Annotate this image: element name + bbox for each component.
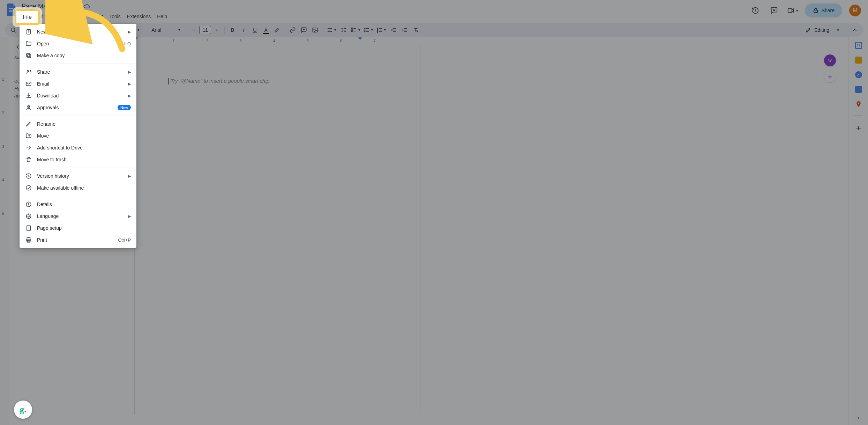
collapse-toolbar-icon[interactable]	[850, 25, 860, 35]
menu-format[interactable]: Format	[84, 12, 106, 21]
right-margin-marker-icon[interactable]	[358, 37, 362, 41]
menu-tools[interactable]: Tools	[106, 12, 124, 21]
submenu-arrow-icon: ▶	[128, 174, 131, 178]
menu-extensions[interactable]: Extensions	[124, 12, 154, 21]
tasks-app-icon[interactable]	[855, 71, 862, 78]
file-menu-item[interactable]: Page setup	[20, 222, 136, 234]
editing-mode-select[interactable]: Editing ▼	[801, 25, 844, 35]
file-menu-item[interactable]: Share▶	[20, 66, 136, 78]
version-history-icon[interactable]	[748, 3, 762, 17]
bulleted-list-icon[interactable]: ▼	[363, 25, 374, 35]
share-label: Share	[822, 8, 835, 13]
menu-view[interactable]: View	[49, 12, 66, 21]
svg-rect-25	[351, 31, 353, 32]
ruler-tick: 4	[273, 39, 275, 43]
font-size-increase[interactable]: +	[212, 25, 222, 35]
meet-button[interactable]: ▼	[786, 3, 800, 17]
svg-point-28	[365, 30, 365, 30]
menu-insert[interactable]: Insert	[66, 12, 84, 21]
font-size-input[interactable]	[199, 26, 211, 34]
toolbar-sep	[847, 26, 847, 34]
font-family-select[interactable]: Arial▼	[148, 25, 183, 35]
file-menu-item[interactable]: Add shortcut to Drive	[20, 142, 136, 154]
share-button[interactable]: Share	[805, 3, 842, 17]
insert-link-icon[interactable]	[288, 25, 298, 35]
file-menu-item-label: Make a copy	[37, 53, 131, 58]
line-spacing-icon[interactable]	[339, 25, 349, 35]
docs-logo-icon[interactable]	[5, 3, 19, 17]
highlight-color-icon[interactable]	[272, 25, 282, 35]
menu-file[interactable]: File	[20, 12, 35, 21]
doc-icon	[25, 29, 32, 35]
history-icon	[25, 173, 32, 179]
add-bubble-icon[interactable]: ＋	[824, 71, 836, 82]
file-menu-item[interactable]: New▶	[20, 26, 136, 38]
svg-rect-2	[9, 12, 12, 12]
horizontal-ruler[interactable]: 1 2 3 4 5 6 7	[104, 37, 844, 44]
trash-icon	[25, 156, 32, 163]
font-size-decrease[interactable]: −	[189, 25, 199, 35]
file-menu-item[interactable]: Make a copy	[20, 50, 136, 61]
move-to-folder-icon[interactable]	[73, 3, 80, 10]
file-menu-item[interactable]: Language▶	[20, 210, 136, 222]
page-scroll[interactable]: Try "@Name" to insert a people smart chi…	[104, 44, 848, 425]
search-menus-icon[interactable]	[8, 25, 18, 35]
svg-point-27	[365, 28, 365, 29]
align-icon[interactable]: ▼	[326, 25, 337, 35]
svg-point-7	[11, 28, 15, 32]
add-comment-icon[interactable]	[299, 25, 309, 35]
dropdown-separator	[20, 168, 136, 168]
file-menu-item[interactable]: Version history▶	[20, 170, 136, 182]
keep-app-icon[interactable]	[855, 57, 862, 64]
print-icon	[25, 237, 32, 243]
indent-increase-icon[interactable]	[400, 25, 410, 35]
calendar-app-icon[interactable]	[855, 42, 862, 49]
new-badge: New	[118, 105, 131, 110]
file-menu-item[interactable]: Rename	[20, 118, 136, 130]
dropdown-separator	[20, 64, 136, 64]
file-menu-item-label: Language	[37, 213, 123, 219]
numbered-list-icon[interactable]: 123▼	[376, 25, 387, 35]
toolbar-sep	[224, 26, 225, 34]
svg-rect-1	[9, 10, 13, 10]
text-color-icon[interactable]: A	[261, 25, 271, 35]
bold-icon[interactable]: B	[227, 25, 237, 35]
file-menu-item[interactable]: Make available offline	[20, 182, 136, 194]
contacts-app-icon[interactable]	[855, 86, 862, 93]
wordtune-bubble-icon[interactable]: w	[824, 54, 836, 66]
menu-edit[interactable]: Edit	[35, 12, 49, 21]
menu-help[interactable]: Help	[154, 12, 170, 21]
insert-image-icon[interactable]	[310, 25, 320, 35]
get-addons-icon[interactable]: +	[856, 123, 861, 132]
file-menu-item[interactable]: OpenCtrl+O	[20, 38, 136, 50]
file-menu-item[interactable]: Details	[20, 198, 136, 210]
file-menu-item[interactable]: Move	[20, 130, 136, 142]
file-menu-item[interactable]: PrintCtrl+P	[20, 234, 136, 246]
document-page[interactable]: Try "@Name" to insert a people smart chi…	[134, 44, 420, 414]
checklist-icon[interactable]: ▼	[350, 25, 361, 35]
comments-icon[interactable]	[767, 3, 781, 17]
collapse-sidepanel-icon[interactable]: ›	[857, 413, 860, 422]
maps-app-icon[interactable]	[855, 101, 862, 108]
svg-rect-55	[27, 53, 30, 57]
clear-formatting-icon[interactable]	[411, 25, 421, 35]
svg-point-16	[314, 29, 315, 30]
file-menu-item[interactable]: Download▶	[20, 90, 136, 102]
file-menu-item-label: Page setup	[37, 225, 131, 231]
svg-rect-0	[9, 8, 13, 9]
account-avatar[interactable]: M	[849, 5, 861, 16]
file-menu-item[interactable]: Move to trash	[20, 154, 136, 166]
grammarly-bubble-icon[interactable]: g.	[14, 401, 32, 419]
indent-decrease-icon[interactable]	[389, 25, 398, 35]
ruler-tick: 5	[307, 39, 309, 43]
cloud-status-icon[interactable]	[83, 3, 90, 10]
italic-icon[interactable]: I	[239, 25, 248, 35]
svg-text:3: 3	[377, 31, 378, 33]
file-menu-item[interactable]: ApprovalsNew	[20, 102, 136, 113]
underline-icon[interactable]: U	[250, 25, 260, 35]
document-title[interactable]: Page Margin	[20, 3, 59, 10]
file-menu-item-label: Details	[37, 201, 131, 207]
file-menu-item[interactable]: Email▶	[20, 78, 136, 90]
file-menu-item-label: Download	[37, 93, 123, 98]
star-icon[interactable]	[62, 3, 69, 10]
